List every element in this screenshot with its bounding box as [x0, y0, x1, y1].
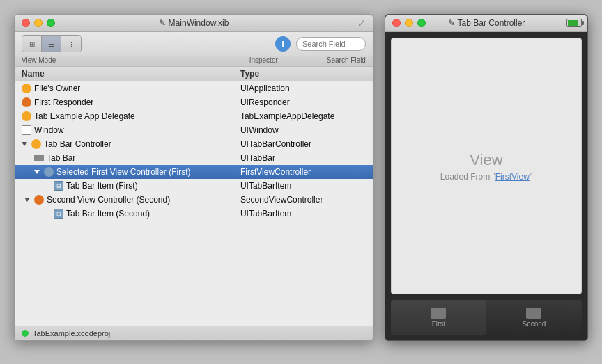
inspector-button[interactable]: i [275, 36, 291, 52]
view-mode-label: View Mode [22, 56, 56, 64]
tab-first[interactable]: First [391, 300, 486, 335]
view-label: View [470, 151, 502, 169]
table-row-selected[interactable]: Selected First View Controller (First) F… [15, 165, 373, 179]
status-indicator [22, 330, 29, 337]
view-mode-list[interactable]: ☰ [42, 36, 61, 52]
view-mode-group: ⊞ ☰ ⫶ [22, 35, 82, 52]
toolbar: ⊞ ☰ ⫶ i [15, 32, 373, 56]
sim-window-title: ✎ Tab Bar Controller [448, 18, 525, 28]
battery-icon [566, 19, 582, 27]
table-row[interactable]: ⊞ Tab Bar Item (First) UITabBarItem [15, 179, 373, 193]
table-body: File's Owner UIApplication First Respond… [15, 81, 373, 326]
sim-tabbar: First Second [391, 300, 582, 335]
expand-triangle [34, 170, 40, 174]
title-bar: ✎ MainWindow.xib ⤢ [15, 15, 373, 32]
search-field-label: Search Field [327, 56, 366, 64]
tab-first-icon [431, 308, 446, 319]
first-responder-icon [22, 97, 31, 107]
table-row[interactable]: First Responder UIResponder [15, 95, 373, 109]
search-input[interactable] [296, 37, 366, 51]
window-icon [22, 125, 31, 135]
inspector-label: Inspector [249, 56, 278, 64]
expand-triangle [22, 142, 27, 146]
table-row[interactable]: ⊞ Tab Bar Item (Second) UITabBarItem [15, 207, 373, 221]
expand-triangle [24, 198, 30, 202]
first-vc-icon [44, 167, 54, 177]
tab-bar-item-second-icon: ⊞ [54, 209, 63, 219]
view-mode-grid[interactable]: ⊞ [22, 36, 42, 52]
xib-window: ✎ MainWindow.xib ⤢ ⊞ ☰ ⫶ i View Mode Ins… [14, 14, 373, 341]
table-row[interactable]: Tab Example App Delegate TabExampleAppDe… [15, 109, 373, 123]
tab-second-label: Second [523, 320, 546, 328]
sim-minimize-button[interactable] [405, 19, 413, 27]
tab-first-label: First [432, 320, 445, 328]
tab-second-icon [526, 308, 541, 319]
maximize-button[interactable] [47, 19, 55, 27]
simulator-window: ✎ Tab Bar Controller View Loaded From "F… [385, 14, 588, 341]
sim-title-icon: ✎ [448, 18, 455, 28]
resize-icon: ⤢ [357, 17, 366, 29]
table-header: Name Type [15, 67, 373, 81]
loaded-from-text: Loaded From "FirstView" [440, 172, 532, 182]
first-view-link[interactable]: FirstView [495, 172, 530, 182]
status-bar: TabExample.xcodeproj [15, 326, 373, 340]
minimize-button[interactable] [34, 19, 43, 27]
sim-screen: View Loaded From "FirstView" [391, 38, 582, 294]
tab-bar-item-first-icon: ⊞ [54, 181, 63, 191]
files-owner-icon [22, 84, 31, 93]
tab-bar-icon [34, 155, 44, 161]
battery-indicator [566, 19, 582, 27]
col-name-header: Name [22, 69, 240, 79]
second-vc-icon [34, 195, 44, 205]
view-mode-column[interactable]: ⫶ [61, 36, 81, 52]
status-text: TabExample.xcodeproj [33, 329, 110, 338]
col-type-header: Type [240, 69, 366, 79]
app-delegate-icon [22, 111, 31, 121]
table-row[interactable]: File's Owner UIApplication [15, 81, 373, 95]
battery-fill [568, 20, 578, 26]
window-title: ✎ MainWindow.xib [159, 18, 229, 28]
close-button[interactable] [22, 19, 30, 27]
title-icon: ✎ [159, 18, 166, 28]
sim-maximize-button[interactable] [417, 19, 426, 27]
toolbar-labels: View Mode Inspector Search Field [15, 56, 373, 67]
tab-second[interactable]: Second [486, 300, 582, 335]
tab-bar-ctrl-icon [31, 139, 41, 149]
sim-close-button[interactable] [392, 19, 401, 27]
table-row[interactable]: Window UIWindow [15, 123, 373, 137]
table-row[interactable]: Second View Controller (Second) SecondVi… [15, 193, 373, 207]
inspector-icon: i [275, 36, 291, 52]
table-row[interactable]: Tab Bar UITabBar [15, 151, 373, 165]
sim-title-bar: ✎ Tab Bar Controller [385, 15, 587, 32]
table-row[interactable]: Tab Bar Controller UITabBarController [15, 137, 373, 151]
